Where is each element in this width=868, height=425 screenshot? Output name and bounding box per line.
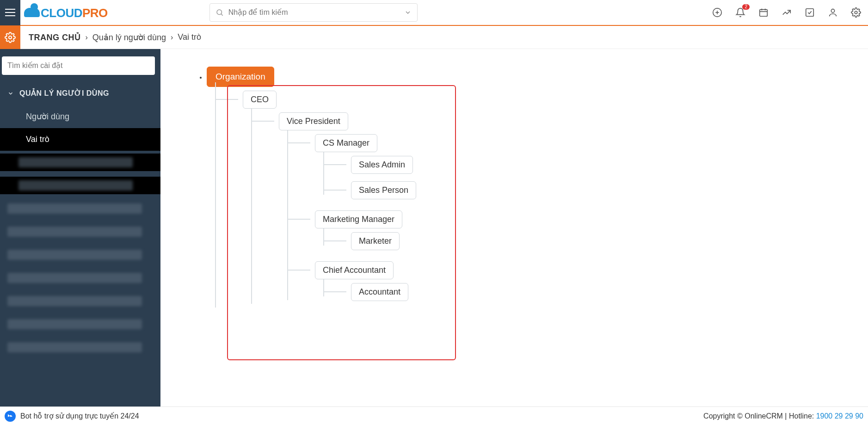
sidebar-item-redacted <box>0 292 160 310</box>
footer-copyright: Copyright © OnlineCRM | Hotline: 1900 29… <box>703 412 863 420</box>
hotline-link[interactable]: 1900 29 29 90 <box>816 412 863 420</box>
svg-rect-5 <box>760 10 768 17</box>
logo-text-blue: CLOUD <box>41 6 82 20</box>
svg-line-1 <box>221 14 222 15</box>
sidebar-item-redacted <box>0 339 160 356</box>
quick-create-button[interactable] <box>712 7 723 18</box>
main-content: Organization CEO Vice President CS Manag… <box>160 49 868 407</box>
svg-point-11 <box>855 11 857 14</box>
sidebar-section-label: QUẢN LÝ NGƯỜI DÙNG <box>19 89 109 98</box>
notifications-button[interactable]: 2 <box>735 7 746 18</box>
tree-node-marketing-manager[interactable]: Marketing Manager <box>315 210 402 228</box>
sidebar-item-redacted <box>0 315 160 333</box>
footer: Bot hỗ trợ sử dụng trực tuyến 24/24 Copy… <box>0 407 868 425</box>
svg-point-0 <box>217 10 222 15</box>
breadcrumb-home[interactable]: TRANG CHỦ <box>29 32 81 43</box>
settings-search-input[interactable] <box>2 56 155 75</box>
topbar: CLOUDPRO 2 <box>0 0 868 26</box>
sidebar-section-user-management[interactable]: QUẢN LÝ NGƯỜI DÙNG <box>0 81 160 105</box>
sidebar-item-redacted <box>0 154 160 171</box>
search-input[interactable] <box>228 8 404 17</box>
calendar-button[interactable] <box>758 7 769 18</box>
search-box[interactable] <box>209 3 418 22</box>
role-tree: Organization CEO Vice President CS Manag… <box>207 63 850 320</box>
settings-button[interactable] <box>850 7 862 18</box>
tasks-button[interactable] <box>804 7 815 18</box>
breadcrumb-level2[interactable]: Vai trò <box>178 32 201 42</box>
copyright-text: Copyright © OnlineCRM | Hotline: <box>703 412 816 420</box>
global-search <box>209 3 418 22</box>
sidebar-item-redacted <box>0 246 160 264</box>
main-menu-button[interactable] <box>0 0 20 25</box>
tree-node-sales-admin[interactable]: Sales Admin <box>351 156 413 174</box>
tree-node-ceo[interactable]: CEO <box>243 91 277 109</box>
notification-badge: 2 <box>742 4 750 10</box>
settings-sidebar: QUẢN LÝ NGƯỜI DÙNG Người dùng Vai trò <box>0 49 160 407</box>
sidebar-item-redacted <box>0 223 160 240</box>
hamburger-icon <box>5 9 15 16</box>
tree-node-sales-person[interactable]: Sales Person <box>351 181 416 199</box>
footer-chat-text[interactable]: Bot hỗ trợ sử dụng trực tuyến 24/24 <box>20 412 139 420</box>
tree-node-accountant[interactable]: Accountant <box>351 283 408 301</box>
profile-button[interactable] <box>827 7 838 18</box>
svg-rect-9 <box>806 9 814 17</box>
tree-node-cs-manager[interactable]: CS Manager <box>315 134 377 152</box>
sidebar-item-redacted <box>0 200 160 217</box>
chevron-down-icon <box>7 90 14 97</box>
tree-node-organization[interactable]: Organization <box>207 67 274 87</box>
topbar-actions: 2 <box>712 7 868 18</box>
breadcrumb-bar: TRANG CHỦ › Quản lý người dùng › Vai trò <box>0 26 868 49</box>
logo[interactable]: CLOUDPRO <box>24 5 108 20</box>
tree-node-vp[interactable]: Vice President <box>279 112 348 130</box>
sidebar-item-roles[interactable]: Vai trò <box>0 128 160 151</box>
svg-point-10 <box>831 9 834 12</box>
reports-button[interactable] <box>781 7 792 18</box>
settings-sidebar-toggle[interactable] <box>0 26 20 49</box>
chevron-right-icon: › <box>171 33 173 42</box>
sidebar-item-redacted <box>0 269 160 287</box>
chevron-right-icon: › <box>86 33 88 42</box>
logo-text-orange: PRO <box>82 6 108 20</box>
breadcrumb-level1[interactable]: Quản lý người dùng <box>92 32 166 43</box>
svg-point-12 <box>9 36 12 39</box>
messenger-icon[interactable] <box>5 411 16 422</box>
sidebar-item-users[interactable]: Người dùng <box>0 105 160 128</box>
search-icon <box>215 8 224 17</box>
tree-node-marketer[interactable]: Marketer <box>351 232 400 250</box>
tree-node-chief-accountant[interactable]: Chief Accountant <box>315 261 394 279</box>
breadcrumb: TRANG CHỦ › Quản lý người dùng › Vai trò <box>29 32 201 43</box>
cloud-icon <box>24 5 41 17</box>
sidebar-item-redacted <box>0 177 160 194</box>
chevron-down-icon[interactable] <box>404 9 412 16</box>
